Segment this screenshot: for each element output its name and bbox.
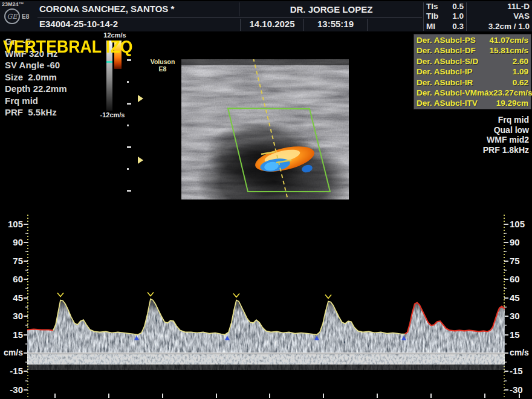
time-tick	[108, 394, 109, 398]
time-tick	[54, 394, 56, 398]
peak-chevron-icon	[325, 295, 331, 299]
peak-chevron-icon	[148, 292, 154, 296]
baseline	[27, 352, 505, 354]
time-tick	[269, 394, 270, 398]
peak-chevron-icon	[57, 293, 63, 296]
time-tick	[162, 394, 163, 398]
time-tick	[519, 394, 520, 398]
annotation-label: VERTEBRAL IZQ	[3, 37, 132, 57]
peak-chevron-icon	[233, 293, 239, 297]
ultrasound-screen: 23M24™ GE E8 CORONA SANCHEZ, SANTOS * E3…	[0, 0, 532, 399]
time-tick	[484, 394, 485, 398]
time-tick	[430, 394, 432, 398]
spectral-doppler-trace	[0, 0, 532, 399]
time-tick	[377, 394, 378, 398]
mirror-band	[27, 354, 505, 365]
time-tick	[323, 394, 324, 398]
systolic-peak-markers	[57, 292, 331, 298]
time-tick	[216, 394, 217, 398]
